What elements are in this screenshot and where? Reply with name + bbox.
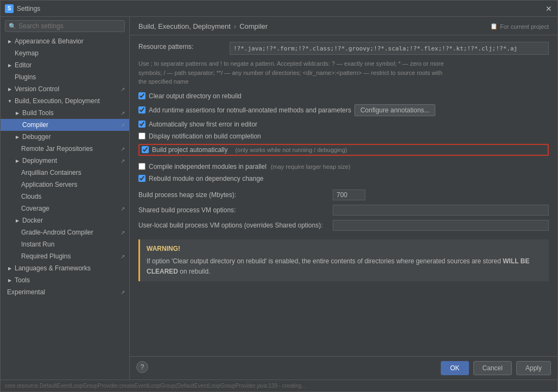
sidebar-item-label: Experimental [7,288,45,296]
sidebar-item-debugger[interactable]: ▶ Debugger [1,131,129,143]
heap-size-label: Build process heap size (Mbytes): [138,191,328,199]
warning-title: WARNING! [147,244,542,254]
sidebar-item-label: Keymap [15,49,39,57]
export-icon: ↗ [121,206,125,212]
rebuild-module-checkbox[interactable] [138,175,145,182]
app-icon: S [5,4,14,13]
sidebar-item-label: Arquillian Containers [21,169,81,176]
expand-arrow-icon: ▶ [7,39,12,44]
sidebar-item-gradle-android-compiler[interactable]: Gradle-Android Compiler ↗ [1,226,129,238]
sidebar-item-label: Instant Run [21,241,54,248]
resource-patterns-label: Resource patterns: [138,42,225,50]
user-local-vm-input[interactable] [333,220,549,231]
show-first-error-label: Automatically show first error in editor [149,121,257,128]
display-notification-row: Display notification on build completion [138,132,549,141]
user-local-vm-label: User-local build process VM options (ove… [138,222,328,229]
main-content: 🔍 ▶ Appearance & Behavior Keymap ▶ Edito… [1,17,557,380]
expand-arrow-icon: ▶ [15,110,20,116]
sidebar-item-label: Appearance & Behavior [15,37,84,45]
clear-output-checkbox[interactable] [138,92,145,99]
add-runtime-assertions-checkbox[interactable] [138,106,145,113]
sidebar-item-appearance-behavior[interactable]: ▶ Appearance & Behavior [1,35,129,47]
display-notification-checkbox[interactable] [138,132,145,140]
compile-independent-checkbox[interactable] [138,163,145,170]
status-bar: core.resource.DefaultEventLoopGroupProvi… [1,380,557,391]
compile-independent-checkbox-row: Compile independent modules in parallel [138,162,267,171]
sidebar-item-label: Build Tools [22,109,54,117]
build-project-automatically-checkbox[interactable] [142,146,149,153]
sidebar-item-experimental[interactable]: Experimental ↗ [1,286,129,298]
breadcrumb-separator: › [234,22,236,30]
sidebar-item-label: Deployment [22,157,57,165]
sidebar-item-plugins[interactable]: Plugins [1,71,129,83]
search-input[interactable] [18,22,121,30]
sidebar-item-label: Editor [15,61,31,69]
titlebar: S Settings ✕ [1,1,557,17]
sidebar-item-deployment[interactable]: ▶ Deployment ↗ [1,155,129,167]
show-first-error-checkbox[interactable] [138,121,145,128]
clear-output-label: Clear output directory on rebuild [149,92,242,100]
shared-vm-input[interactable] [333,205,549,216]
settings-window: S Settings ✕ 🔍 ▶ Appearance & Behavior K… [0,0,558,392]
export-icon: ↗ [121,254,125,260]
resource-patterns-help: Use ; to separate patterns and ! to nega… [138,59,549,86]
help-button[interactable]: ? [136,361,148,373]
sidebar-item-label: Version Control [15,85,59,93]
close-button[interactable]: ✕ [544,4,553,13]
sidebar-item-required-plugins[interactable]: Required Plugins ↗ [1,250,129,262]
compile-independent-label: Compile independent modules in parallel [149,163,267,170]
export-icon: ↗ [121,110,125,116]
sidebar-item-label: Coverage [21,205,49,212]
panel-body: Resource patterns: Use ; to separate pat… [130,35,557,356]
sidebar-item-application-servers[interactable]: Application Servers [1,179,129,191]
add-runtime-assertions-row: Add runtime assertions for notnull-annot… [138,104,549,117]
add-runtime-assertions-label: Add runtime assertions for notnull-annot… [149,106,351,114]
warning-text: If option 'Clear output directory on reb… [147,256,542,277]
build-project-automatically-row: Build project automatically (only works … [138,144,549,156]
compile-independent-note: (may require larger heap size) [271,163,351,170]
project-icon: 📋 [490,23,498,30]
sidebar-item-instant-run[interactable]: Instant Run [1,238,129,250]
export-icon: ↗ [121,86,125,92]
breadcrumb-parent: Build, Execution, Deployment [138,22,231,30]
sidebar-item-editor[interactable]: ▶ Editor [1,59,129,71]
ok-button[interactable]: OK [441,361,468,375]
heap-size-input[interactable] [333,189,365,200]
sidebar-item-label: Remote Jar Repositories [21,145,93,153]
sidebar-item-keymap[interactable]: Keymap [1,47,129,59]
export-icon: ↗ [121,122,125,128]
shared-vm-row: Shared build process VM options: [138,205,549,216]
sidebar-item-build-execution-deployment[interactable]: ▼ Build, Execution, Deployment [1,95,129,107]
sidebar-item-label: Application Servers [21,181,77,188]
sidebar-item-label: Plugins [15,73,36,81]
sidebar-item-label: Languages & Frameworks [15,264,91,272]
breadcrumb-current: Compiler [239,22,268,30]
sidebar-item-arquillian-containers[interactable]: Arquillian Containers [1,167,129,179]
sidebar-item-label: Clouds [21,193,41,200]
sidebar-item-compiler[interactable]: ▶ Compiler ↗ [1,119,129,131]
sidebar-item-docker[interactable]: ▶ Docker [1,214,129,226]
export-icon: ↗ [121,289,125,295]
sidebar-item-tools[interactable]: ▶ Tools [1,274,129,286]
search-box[interactable]: 🔍 [5,20,125,32]
rebuild-module-label: Rebuild module on dependency change [149,175,264,182]
cancel-button[interactable]: Cancel [473,361,512,375]
build-project-automatically-note: (only works while not running / debuggin… [235,147,347,153]
sidebar: 🔍 ▶ Appearance & Behavior Keymap ▶ Edito… [1,17,130,380]
configure-annotations-button[interactable]: Configure annotations... [354,104,435,116]
sidebar-item-build-tools[interactable]: ▶ Build Tools ↗ [1,107,129,119]
sidebar-item-version-control[interactable]: ▶ Version Control ↗ [1,83,129,95]
expand-arrow-icon: ▶ [15,158,20,163]
right-panel: Build, Execution, Deployment › Compiler … [130,17,557,380]
apply-button[interactable]: Apply [516,361,551,375]
expand-arrow-icon: ▶ [15,134,20,140]
sidebar-item-remote-jar-repositories[interactable]: Remote Jar Repositories ↗ [1,143,129,155]
resource-patterns-row: Resource patterns: [138,42,549,55]
sidebar-item-clouds[interactable]: Clouds [1,191,129,203]
expand-arrow-icon: ▶ [7,265,12,271]
sidebar-item-coverage[interactable]: Coverage ↗ [1,203,129,214]
expand-arrow-icon: ▶ [7,86,12,92]
sidebar-item-languages-frameworks[interactable]: ▶ Languages & Frameworks [1,262,129,274]
panel-header: Build, Execution, Deployment › Compiler … [130,17,557,35]
resource-patterns-input[interactable] [230,42,549,55]
